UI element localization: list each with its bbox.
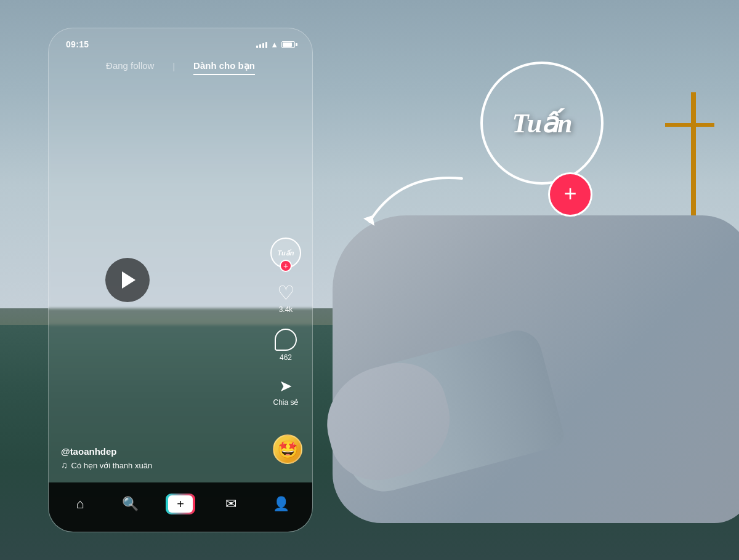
phone-time: 09:15	[66, 39, 89, 49]
callout-wrapper: Tuấn +	[468, 62, 616, 217]
bar4	[265, 42, 267, 48]
add-icon: +	[177, 497, 184, 511]
music-note-icon: ♫	[61, 460, 68, 470]
callout-avatar-text: Tuấn	[512, 107, 571, 139]
svg-marker-0	[363, 215, 374, 226]
bar1	[256, 46, 258, 48]
nav-inbox[interactable]: ✉	[206, 496, 256, 512]
disc-emoji: 🤩	[277, 439, 299, 460]
likes-count: 3.4k	[279, 305, 293, 314]
music-disc[interactable]: 🤩	[273, 434, 302, 464]
tab-following[interactable]: Đang follow	[106, 60, 154, 75]
username[interactable]: @taoanhdep	[61, 446, 152, 457]
play-button[interactable]	[105, 258, 150, 302]
profile-icon: 👤	[273, 496, 289, 512]
nav-add[interactable]: +	[155, 494, 206, 514]
callout-follow-plus[interactable]: +	[548, 172, 592, 217]
signal-icon	[256, 41, 267, 48]
wifi-icon: ▲	[270, 40, 278, 49]
add-button-inner: +	[168, 495, 193, 513]
phone-frame: 09:15 ▲ Đang follow | Dành cho bạn Tuấn	[48, 28, 313, 532]
arrow-svg	[351, 160, 474, 252]
share-button[interactable]: ➤ Chia sẻ	[273, 377, 298, 407]
nav-profile[interactable]: 👤	[256, 496, 306, 512]
comments-count: 462	[280, 353, 292, 362]
nav-tabs[interactable]: Đang follow | Dành cho bạn	[49, 60, 312, 75]
inbox-icon: ✉	[225, 496, 236, 512]
home-icon: ⌂	[76, 496, 84, 512]
video-info: @taoanhdep ♫ Có hẹn với thanh xuân	[61, 446, 152, 470]
like-button[interactable]: ♡ 3.4k	[277, 283, 295, 314]
status-icons: ▲	[256, 40, 295, 49]
action-buttons: Tuấn + ♡ 3.4k 462 ➤ Chia sẻ	[270, 238, 301, 407]
crane-horizontal	[665, 123, 714, 127]
bar2	[259, 44, 261, 48]
nav-search[interactable]: 🔍	[105, 496, 156, 512]
add-button[interactable]: +	[166, 494, 195, 514]
callout-plus-icon: +	[563, 183, 576, 205]
tab-for-you[interactable]: Dành cho bạn	[193, 60, 255, 75]
share-label: Chia sẻ	[273, 398, 298, 407]
heart-icon: ♡	[277, 283, 295, 303]
song-title: Có hẹn với thanh xuân	[71, 461, 153, 470]
battery-fill	[283, 42, 292, 47]
callout-circle: Tuấn	[480, 62, 604, 185]
bottom-nav: ⌂ 🔍 + ✉ 👤	[49, 482, 312, 532]
tab-separator: |	[172, 60, 175, 75]
follow-button[interactable]: +	[280, 260, 292, 272]
comment-icon	[275, 329, 297, 351]
bar3	[262, 43, 264, 48]
share-icon: ➤	[279, 377, 293, 396]
avatar-label: Tuấn	[278, 249, 294, 257]
avatar-container: Tuấn +	[270, 238, 301, 268]
arrow-container	[351, 160, 474, 255]
nav-home[interactable]: ⌂	[55, 496, 105, 512]
battery-icon	[281, 41, 295, 48]
comment-button[interactable]: 462	[275, 329, 297, 362]
phone-topbar: 09:15 ▲	[49, 39, 312, 49]
search-icon: 🔍	[122, 496, 139, 512]
play-icon	[122, 271, 135, 289]
song-info[interactable]: ♫ Có hẹn với thanh xuân	[61, 460, 152, 470]
